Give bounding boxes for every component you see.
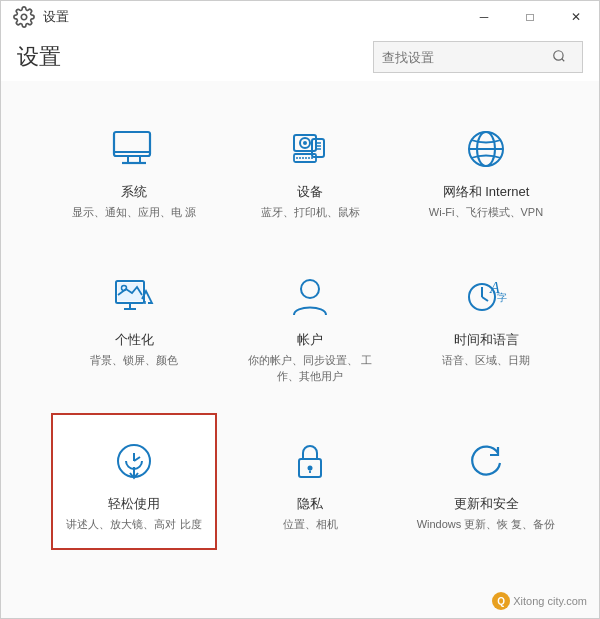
accounts-icon <box>284 271 336 323</box>
gear-icon <box>13 6 35 28</box>
network-icon <box>460 123 512 175</box>
grid-item-ease[interactable]: 轻松使用 讲述人、放大镜、高对 比度 <box>51 413 217 551</box>
svg-point-31 <box>301 280 319 298</box>
main-content: 系统 显示、通知、应用、电 源 <box>1 81 599 618</box>
grid-item-privacy[interactable]: 隐私 位置、相机 <box>227 413 393 551</box>
svg-text:字: 字 <box>497 292 507 303</box>
titlebar: 设置 ─ □ ✕ <box>1 1 599 33</box>
privacy-sub: 位置、相机 <box>283 516 338 533</box>
grid-item-network[interactable]: 网络和 Internet Wi-Fi、飞行模式、VPN <box>403 101 569 239</box>
grid-item-personalization[interactable]: 个性化 背景、锁屏、颜色 <box>51 249 217 403</box>
devices-label: 设备 <box>297 183 323 201</box>
accounts-sub: 你的帐户、同步设置、 工作、其他用户 <box>239 352 381 385</box>
watermark: Q Xitong city.com <box>492 592 587 610</box>
accounts-label: 帐户 <box>297 331 323 349</box>
watermark-logo: Q <box>492 592 510 610</box>
network-sub: Wi-Fi、飞行模式、VPN <box>429 204 543 221</box>
devices-icon <box>284 123 336 175</box>
network-label: 网络和 Internet <box>443 183 530 201</box>
grid-item-time[interactable]: A 字 时间和语言 语音、区域、日期 <box>403 249 569 403</box>
time-icon: A 字 <box>460 271 512 323</box>
search-input[interactable] <box>382 50 552 65</box>
personalization-icon <box>108 271 160 323</box>
settings-window: 设置 ─ □ ✕ 设置 <box>0 0 600 619</box>
privacy-icon <box>284 435 336 487</box>
grid-item-update[interactable]: 更新和安全 Windows 更新、恢 复、备份 <box>403 413 569 551</box>
search-box[interactable] <box>373 41 583 73</box>
page-title: 设置 <box>17 42 61 72</box>
svg-point-0 <box>21 14 27 20</box>
titlebar-controls: ─ □ ✕ <box>461 1 599 33</box>
titlebar-title: 设置 <box>43 8 69 26</box>
svg-point-10 <box>303 141 307 145</box>
search-icon <box>552 49 566 66</box>
ease-icon <box>108 435 160 487</box>
ease-label: 轻松使用 <box>108 495 160 513</box>
maximize-button[interactable]: □ <box>507 1 553 33</box>
minimize-button[interactable]: ─ <box>461 1 507 33</box>
system-icon <box>108 123 160 175</box>
svg-line-2 <box>562 58 565 61</box>
close-button[interactable]: ✕ <box>553 1 599 33</box>
grid-item-accounts[interactable]: 帐户 你的帐户、同步设置、 工作、其他用户 <box>227 249 393 403</box>
devices-sub: 蓝牙、打印机、鼠标 <box>261 204 360 221</box>
system-label: 系统 <box>121 183 147 201</box>
titlebar-left: 设置 <box>13 6 69 28</box>
personalization-label: 个性化 <box>115 331 154 349</box>
update-icon <box>460 435 512 487</box>
svg-point-1 <box>554 50 563 59</box>
grid-item-devices[interactable]: 设备 蓝牙、打印机、鼠标 <box>227 101 393 239</box>
update-sub: Windows 更新、恢 复、备份 <box>417 516 556 533</box>
update-label: 更新和安全 <box>454 495 519 513</box>
time-sub: 语音、区域、日期 <box>442 352 530 369</box>
personalization-sub: 背景、锁屏、颜色 <box>90 352 178 369</box>
time-label: 时间和语言 <box>454 331 519 349</box>
grid-item-system[interactable]: 系统 显示、通知、应用、电 源 <box>51 101 217 239</box>
ease-sub: 讲述人、放大镜、高对 比度 <box>66 516 201 533</box>
privacy-label: 隐私 <box>297 495 323 513</box>
svg-point-40 <box>308 465 313 470</box>
watermark-text: Xitong city.com <box>513 595 587 607</box>
header: 设置 <box>1 33 599 81</box>
settings-grid: 系统 显示、通知、应用、电 源 <box>51 101 569 550</box>
system-sub: 显示、通知、应用、电 源 <box>72 204 196 221</box>
svg-line-34 <box>482 297 488 301</box>
